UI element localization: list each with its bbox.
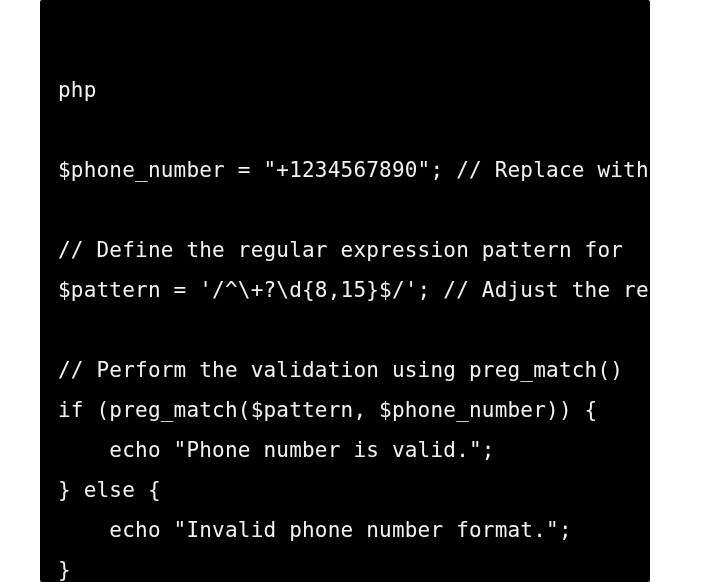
page-stage: php $phone_number = "+1234567890"; // Re…: [0, 0, 720, 582]
code-block: php $phone_number = "+1234567890"; // Re…: [40, 0, 650, 582]
code-content: php $phone_number = "+1234567890"; // Re…: [40, 0, 650, 582]
